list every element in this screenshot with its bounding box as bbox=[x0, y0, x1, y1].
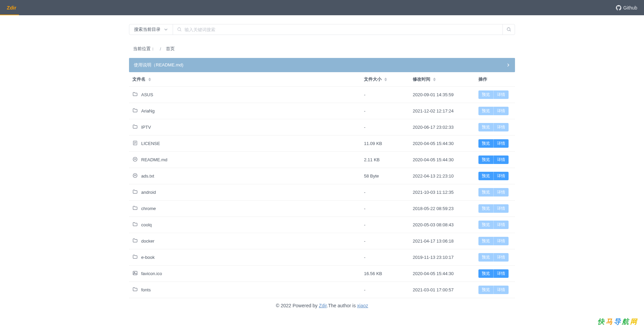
file-name-link[interactable]: ASUS bbox=[132, 91, 364, 98]
file-size: - bbox=[364, 190, 413, 195]
file-time: 2020-04-05 15:44:30 bbox=[413, 141, 478, 146]
file-time: 2021-10-03 11:12:35 bbox=[413, 190, 478, 195]
folder-icon bbox=[132, 238, 138, 244]
preview-button[interactable]: 预览 bbox=[478, 123, 493, 131]
file-name: android bbox=[141, 190, 156, 195]
app-header: Zdir Github bbox=[0, 0, 644, 15]
folder-icon bbox=[132, 254, 138, 261]
details-button[interactable]: 详情 bbox=[493, 139, 509, 148]
details-button[interactable]: 详情 bbox=[493, 156, 509, 164]
file-size: - bbox=[364, 206, 413, 211]
file-time: 2020-05-03 08:08:43 bbox=[413, 222, 478, 227]
table-row: docker-2021-04-17 13:06:18预览详情 bbox=[129, 233, 515, 249]
preview-button[interactable]: 预览 bbox=[478, 139, 493, 148]
details-button[interactable]: 详情 bbox=[493, 107, 509, 115]
details-button[interactable]: 详情 bbox=[493, 286, 509, 294]
file-name-link[interactable]: README.md bbox=[132, 157, 364, 163]
file-name-link[interactable]: LICENSE bbox=[132, 140, 364, 147]
file-actions: 预览详情 bbox=[478, 156, 512, 164]
col-header-time[interactable]: 修改时间 bbox=[413, 76, 478, 82]
file-size: 58 Byte bbox=[364, 173, 413, 179]
preview-button[interactable]: 预览 bbox=[478, 286, 493, 294]
file-name: docker bbox=[141, 239, 154, 244]
main-container: 搜索当前目录 当前位置： / 首页 使用说明（README.md) 文件名 bbox=[129, 15, 515, 298]
details-button[interactable]: 详情 bbox=[493, 204, 509, 213]
file-name-link[interactable]: android bbox=[132, 189, 364, 195]
folder-icon bbox=[132, 108, 138, 114]
readme-banner[interactable]: 使用说明（README.md) bbox=[129, 58, 515, 72]
details-button[interactable]: 详情 bbox=[493, 188, 509, 196]
file-name-link[interactable]: chrome bbox=[132, 205, 364, 212]
file-name: README.md bbox=[141, 157, 167, 162]
svg-point-0 bbox=[178, 28, 181, 31]
file-name-link[interactable]: fonts bbox=[132, 287, 364, 293]
search-icon bbox=[177, 27, 182, 32]
footer-author-link[interactable]: xiaoz bbox=[357, 303, 368, 308]
file-actions: 预览详情 bbox=[478, 139, 512, 148]
github-link[interactable]: Github bbox=[616, 5, 637, 11]
search-icon bbox=[507, 27, 511, 32]
preview-button[interactable]: 预览 bbox=[478, 156, 493, 164]
file-size: - bbox=[364, 287, 413, 292]
markdown-icon bbox=[132, 157, 138, 163]
file-name-link[interactable]: coolq bbox=[132, 222, 364, 228]
svg-rect-3 bbox=[133, 271, 137, 275]
table-row: e-book-2019-11-13 23:10:17预览详情 bbox=[129, 249, 515, 266]
preview-button[interactable]: 预览 bbox=[478, 269, 493, 278]
app-logo[interactable]: Zdir bbox=[7, 5, 16, 11]
details-button[interactable]: 详情 bbox=[493, 269, 509, 278]
search-input-wrap bbox=[173, 24, 502, 35]
col-header-size[interactable]: 文件大小 bbox=[364, 76, 413, 82]
breadcrumb: 当前位置： / 首页 bbox=[129, 46, 515, 52]
file-name: fonts bbox=[141, 287, 151, 292]
search-input[interactable] bbox=[185, 27, 498, 32]
preview-button[interactable]: 预览 bbox=[478, 221, 493, 229]
details-button[interactable]: 详情 bbox=[493, 123, 509, 131]
file-name-link[interactable]: favicon.ico bbox=[132, 270, 364, 277]
file-actions: 预览详情 bbox=[478, 107, 512, 115]
file-actions: 预览详情 bbox=[478, 172, 512, 180]
file-icon bbox=[132, 140, 138, 147]
search-button[interactable] bbox=[502, 24, 515, 35]
footer-brand-link[interactable]: Zdir bbox=[319, 303, 327, 308]
file-time: 2021-04-17 13:06:18 bbox=[413, 239, 478, 244]
breadcrumb-label: 当前位置： bbox=[133, 46, 155, 52]
details-button[interactable]: 详情 bbox=[493, 221, 509, 229]
preview-button[interactable]: 预览 bbox=[478, 90, 493, 99]
file-name: coolq bbox=[141, 222, 152, 227]
file-name-link[interactable]: docker bbox=[132, 238, 364, 244]
preview-button[interactable]: 预览 bbox=[478, 188, 493, 196]
file-name-link[interactable]: AriaNg bbox=[132, 108, 364, 114]
file-actions: 预览详情 bbox=[478, 90, 512, 99]
search-scope-label: 搜索当前目录 bbox=[134, 26, 160, 33]
file-size: 2.11 KB bbox=[364, 157, 413, 162]
file-time: 2021-03-01 17:00:57 bbox=[413, 287, 478, 292]
details-button[interactable]: 详情 bbox=[493, 237, 509, 245]
breadcrumb-home[interactable]: 首页 bbox=[166, 46, 175, 52]
file-size: - bbox=[364, 239, 413, 244]
preview-button[interactable]: 预览 bbox=[478, 172, 493, 180]
preview-button[interactable]: 预览 bbox=[478, 237, 493, 245]
file-name-link[interactable]: IPTV bbox=[132, 124, 364, 130]
col-header-name[interactable]: 文件名 bbox=[132, 76, 364, 82]
table-row: favicon.ico16.56 KB2020-04-05 15:44:30预览… bbox=[129, 266, 515, 282]
search-scope-select[interactable]: 搜索当前目录 bbox=[129, 24, 173, 35]
preview-button[interactable]: 预览 bbox=[478, 204, 493, 213]
file-size: - bbox=[364, 108, 413, 113]
table-row: AriaNg-2021-12-02 12:17:24预览详情 bbox=[129, 103, 515, 119]
file-name-link[interactable]: ads.txt bbox=[132, 173, 364, 179]
details-button[interactable]: 详情 bbox=[493, 90, 509, 99]
file-actions: 预览详情 bbox=[478, 188, 512, 196]
file-name: AriaNg bbox=[141, 108, 155, 113]
details-button[interactable]: 详情 bbox=[493, 253, 509, 262]
file-actions: 预览详情 bbox=[478, 237, 512, 245]
file-name-link[interactable]: e-book bbox=[132, 254, 364, 261]
preview-button[interactable]: 预览 bbox=[478, 107, 493, 115]
details-button[interactable]: 详情 bbox=[493, 172, 509, 180]
preview-button[interactable]: 预览 bbox=[478, 253, 493, 262]
loading-progress-bar bbox=[0, 15, 19, 15]
file-name: chrome bbox=[141, 206, 156, 211]
sort-icon bbox=[148, 78, 151, 81]
file-name: favicon.ico bbox=[141, 271, 162, 276]
file-size: 16.56 KB bbox=[364, 271, 413, 276]
